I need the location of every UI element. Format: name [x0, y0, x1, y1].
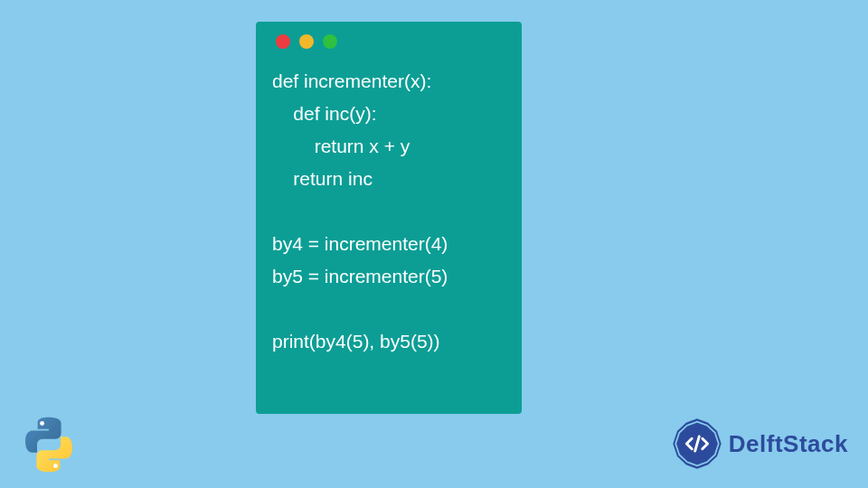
brand-name: DelftStack: [729, 430, 848, 458]
traffic-light-red-icon: [276, 34, 290, 49]
window-traffic-lights: [272, 34, 505, 49]
brand: DelftStack: [671, 418, 848, 470]
traffic-light-yellow-icon: [299, 34, 314, 49]
svg-point-0: [40, 421, 44, 426]
traffic-light-green-icon: [323, 34, 337, 49]
code-snippet: def incrementer(x): def inc(y): return x…: [272, 65, 505, 358]
python-logo-icon: [18, 414, 80, 475]
svg-point-1: [53, 464, 58, 468]
code-window: def incrementer(x): def inc(y): return x…: [256, 22, 522, 414]
brand-badge-icon: [671, 418, 723, 470]
